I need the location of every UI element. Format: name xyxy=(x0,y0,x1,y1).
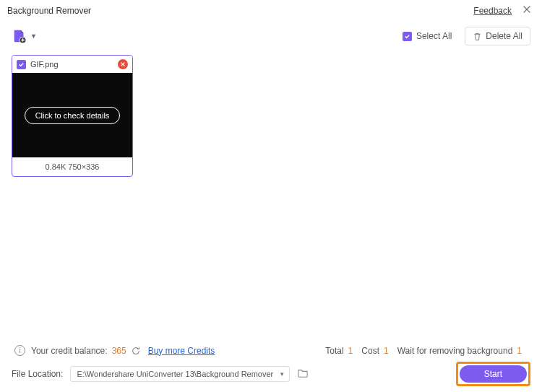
file-thumbnail[interactable]: Click to check details xyxy=(12,73,132,157)
folder-icon xyxy=(297,368,309,378)
stats-total-value: 1 xyxy=(348,346,353,356)
checkbox-icon xyxy=(403,32,412,41)
trash-icon xyxy=(473,32,482,41)
titlebar: Background Remover Feedback xyxy=(0,0,542,22)
start-button[interactable]: Start xyxy=(460,365,527,383)
stats-wait-value: 1 xyxy=(517,346,522,356)
file-checkbox[interactable] xyxy=(17,60,26,69)
buy-credits-link[interactable]: Buy more Credits xyxy=(148,346,215,356)
delete-all-label: Delete All xyxy=(486,31,522,41)
open-folder-button[interactable] xyxy=(297,368,309,380)
file-grid: GIF.png Click to check details 0.84K 750… xyxy=(0,51,542,181)
add-file-icon xyxy=(12,28,27,44)
stats-cost-value: 1 xyxy=(384,346,389,356)
start-highlight: Start xyxy=(456,362,530,386)
stats-total-label: Total xyxy=(325,346,343,356)
remove-file-button[interactable] xyxy=(118,59,128,69)
toolbar: ▼ Select All Delete All xyxy=(0,22,542,51)
file-meta: 0.84K 750×336 xyxy=(12,157,132,176)
chevron-down-icon: ▼ xyxy=(279,371,285,378)
credits-bar: i Your credit balance: 365 Buy more Cred… xyxy=(0,345,542,356)
app-title: Background Remover xyxy=(7,6,473,16)
stats: Total 1 Cost 1 Wait for removing backgro… xyxy=(325,346,528,356)
file-location-path: E:\Wondershare UniConverter 13\Backgroun… xyxy=(77,370,273,378)
credit-balance-label: Your credit balance: xyxy=(31,346,108,356)
file-card-header: GIF.png xyxy=(12,56,132,73)
stats-wait-label: Wait for removing background xyxy=(397,346,513,356)
file-location-select[interactable]: E:\Wondershare UniConverter 13\Backgroun… xyxy=(70,366,290,382)
refresh-icon[interactable] xyxy=(131,346,141,356)
stats-cost-label: Cost xyxy=(361,346,379,356)
file-name: GIF.png xyxy=(30,60,118,69)
feedback-link[interactable]: Feedback xyxy=(473,6,512,16)
delete-all-button[interactable]: Delete All xyxy=(465,27,530,45)
file-card: GIF.png Click to check details 0.84K 750… xyxy=(12,55,133,177)
info-icon[interactable]: i xyxy=(14,345,25,356)
chevron-down-icon: ▼ xyxy=(30,32,37,40)
close-icon xyxy=(120,61,126,67)
close-icon[interactable] xyxy=(519,4,535,17)
file-location-label: File Location: xyxy=(12,369,63,379)
footer: File Location: E:\Wondershare UniConvert… xyxy=(0,362,542,386)
check-details-button[interactable]: Click to check details xyxy=(25,107,121,124)
add-file-button[interactable]: ▼ xyxy=(12,28,37,44)
credit-amount: 365 xyxy=(112,346,126,356)
select-all-label: Select All xyxy=(416,31,452,41)
select-all-checkbox[interactable]: Select All xyxy=(403,31,452,41)
